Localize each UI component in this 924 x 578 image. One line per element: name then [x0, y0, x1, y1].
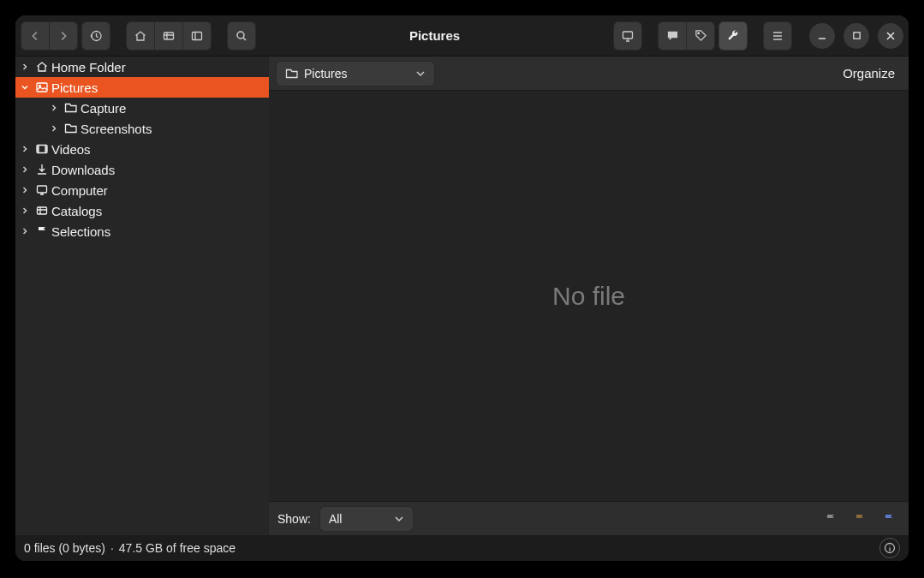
home-icon: [134, 29, 147, 43]
tags-button[interactable]: [686, 21, 715, 51]
sidebar-item-label: Pictures: [51, 80, 98, 95]
forward-button[interactable]: [49, 21, 78, 51]
video-icon: [34, 141, 50, 157]
sidebar-item-label: Capture: [80, 101, 126, 116]
download-icon: [34, 162, 50, 177]
sidebar-toggle-button[interactable]: [182, 21, 212, 51]
flag-icon: [883, 513, 895, 525]
flag-filter-blue[interactable]: [878, 508, 900, 530]
svg-rect-11: [38, 207, 47, 214]
svg-rect-7: [37, 83, 47, 92]
chevron-right-icon: [50, 104, 63, 112]
sidebar-item-computer[interactable]: Computer: [15, 180, 269, 200]
svg-point-3: [237, 32, 244, 39]
chevron-down-icon: [415, 69, 426, 79]
flag-filter-brown[interactable]: [849, 508, 871, 530]
close-button[interactable]: [878, 23, 903, 49]
file-viewer[interactable]: No file: [269, 91, 909, 501]
meta-group: [658, 21, 715, 51]
search-button[interactable]: [227, 21, 256, 51]
catalogs-button[interactable]: [154, 21, 183, 51]
svg-rect-6: [853, 33, 859, 39]
svg-point-5: [697, 33, 699, 34]
folder-icon: [63, 121, 79, 136]
chevron-right-icon: [21, 206, 34, 215]
sidebar-item-screenshots[interactable]: Screenshots: [15, 118, 269, 139]
panel-icon: [190, 29, 204, 43]
catalog-icon: [162, 29, 176, 43]
body: Home FolderPicturesCaptureScreenshotsVid…: [15, 57, 909, 535]
sidebar-item-pictures[interactable]: Pictures: [15, 77, 269, 98]
filter-label: Show:: [277, 512, 311, 526]
sidebar-item-label: Computer: [51, 183, 108, 198]
chevron-right-icon: [50, 124, 63, 133]
chevron-right-icon: [21, 165, 34, 174]
app-window: Pictures: [15, 15, 909, 561]
computer-icon: [34, 182, 50, 198]
comment-icon: [666, 29, 679, 42]
folder-icon: [63, 100, 79, 116]
svg-rect-2: [193, 32, 202, 39]
home-icon: [34, 59, 50, 74]
history-button[interactable]: [81, 21, 110, 51]
sidebar-item-capture[interactable]: Capture: [15, 98, 269, 118]
maximize-icon: [852, 31, 861, 40]
filter-value: All: [329, 512, 343, 526]
properties-button[interactable]: [879, 538, 900, 558]
nav-group: [21, 21, 78, 51]
search-icon: [235, 29, 248, 43]
empty-state-label: No file: [552, 282, 625, 311]
home-button[interactable]: [126, 21, 155, 51]
flag-filters: [820, 508, 900, 530]
flag-icon: [825, 513, 837, 525]
sidebar-item-videos[interactable]: Videos: [15, 139, 269, 159]
filter-bar: Show: All: [269, 501, 909, 535]
sidebar-item-catalogs[interactable]: Catalogs: [15, 200, 269, 221]
main-pane: Pictures Organize No file Show: All: [269, 57, 909, 535]
chevron-down-icon: [394, 514, 404, 524]
maximize-button[interactable]: [844, 23, 869, 49]
svg-rect-4: [623, 32, 633, 39]
folder-icon: [285, 68, 299, 80]
wrench-icon: [726, 29, 740, 43]
status-separator: ·: [110, 541, 114, 555]
location-dropdown[interactable]: Pictures: [276, 61, 435, 86]
tools-button[interactable]: [718, 21, 748, 51]
filter-dropdown[interactable]: All: [319, 506, 414, 532]
svg-point-8: [39, 86, 41, 87]
sidebar[interactable]: Home FolderPicturesCaptureScreenshotsVid…: [15, 57, 269, 535]
sidebar-item-label: Selections: [51, 224, 110, 239]
sidebar-item-label: Catalogs: [51, 204, 102, 218]
flag-filter-gray[interactable]: [820, 508, 842, 530]
places-group: [126, 21, 212, 51]
back-button[interactable]: [21, 21, 50, 51]
hamburger-icon: [771, 29, 784, 43]
flag-icon: [34, 223, 50, 239]
close-icon: [885, 31, 896, 41]
location-bar: Pictures Organize: [269, 57, 909, 91]
slideshow-button[interactable]: [613, 21, 642, 51]
chevron-right-icon: [21, 63, 34, 71]
chevron-right-icon: [21, 227, 34, 235]
history-icon: [89, 29, 103, 43]
minimize-button[interactable]: [809, 23, 835, 49]
chevron-right-icon: [21, 145, 34, 153]
comment-button[interactable]: [658, 21, 687, 51]
flag-icon: [854, 513, 866, 525]
location-label: Pictures: [304, 67, 348, 80]
image-icon: [34, 80, 50, 95]
organize-menu-button[interactable]: Organize: [836, 63, 902, 84]
sidebar-item-downloads[interactable]: Downloads: [15, 159, 269, 180]
presentation-icon: [621, 29, 635, 43]
svg-rect-1: [164, 33, 174, 39]
sidebar-item-home-folder[interactable]: Home Folder: [15, 57, 269, 77]
sidebar-item-label: Videos: [51, 142, 91, 157]
status-files: 0 files (0 bytes): [24, 541, 105, 555]
sidebar-item-selections[interactable]: Selections: [15, 221, 269, 241]
hamburger-menu-button[interactable]: [763, 21, 792, 51]
tag-icon: [694, 29, 707, 42]
titlebar: Pictures: [15, 15, 909, 57]
svg-rect-10: [38, 186, 47, 193]
chevron-down-icon: [21, 83, 34, 92]
catalog-icon: [34, 203, 50, 218]
